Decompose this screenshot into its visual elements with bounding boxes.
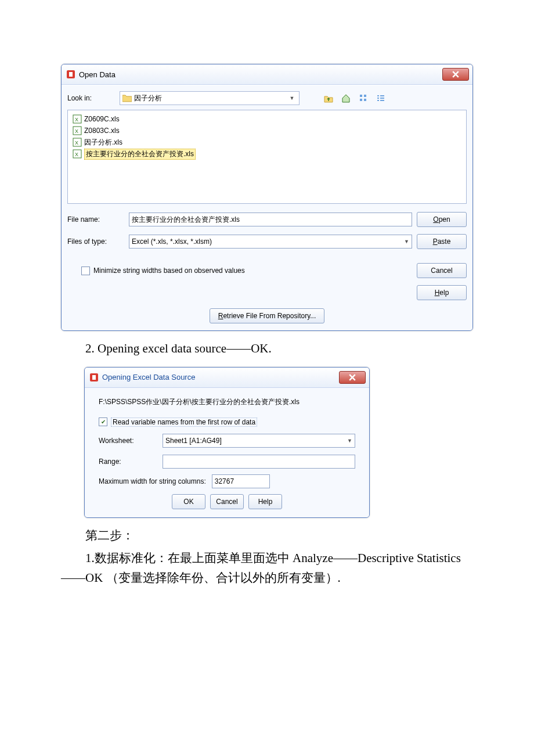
worksheet-label: Worksheet: bbox=[99, 437, 163, 445]
help-button[interactable]: Help bbox=[417, 285, 467, 300]
svg-rect-8 bbox=[377, 98, 379, 99]
svg-rect-9 bbox=[380, 98, 384, 99]
svg-rect-7 bbox=[380, 95, 384, 96]
open-data-dialog: Open Data Look in: 因子分析 ▼ bbox=[61, 64, 473, 331]
cancel-button[interactable]: Cancel bbox=[210, 494, 244, 509]
dialog-body: F:\SPSS\SPSS作业\因子分析\按主要行业分的全社会资产投资.xls ✔… bbox=[85, 388, 369, 517]
cancel-button[interactable]: Cancel bbox=[417, 263, 467, 278]
svg-rect-4 bbox=[360, 99, 362, 101]
file-name: 因子分析.xls bbox=[84, 138, 122, 147]
paragraph: 1.数据标准化：在最上面菜单里面选中 Analyze——Descriptive … bbox=[61, 549, 473, 588]
minimize-label: Minimize string widths based on observed… bbox=[93, 267, 245, 275]
close-button[interactable] bbox=[339, 371, 366, 384]
worksheet-value: Sheet1 [A1:AG49] bbox=[165, 437, 342, 445]
app-icon bbox=[66, 70, 75, 79]
xls-icon: X bbox=[73, 149, 82, 159]
file-row[interactable]: X 因子分析.xls bbox=[73, 137, 461, 147]
worksheet-combo[interactable]: Sheet1 [A1:AG49] ▼ bbox=[163, 434, 355, 448]
read-vars-label: Read variable names from the first row o… bbox=[111, 417, 257, 427]
chevron-down-icon: ▼ bbox=[399, 239, 409, 244]
folder-icon bbox=[122, 94, 132, 102]
close-button[interactable] bbox=[442, 68, 469, 81]
up-folder-icon[interactable] bbox=[322, 91, 335, 105]
file-name: Z0803C.xls bbox=[84, 127, 120, 135]
maxwidth-value: 32767 bbox=[215, 477, 234, 485]
maxwidth-input[interactable]: 32767 bbox=[212, 474, 270, 488]
open-button[interactable]: Open bbox=[417, 212, 467, 227]
svg-text:X: X bbox=[75, 117, 78, 123]
xls-icon: X bbox=[73, 114, 82, 124]
dialog-title: Open Data bbox=[79, 70, 442, 79]
svg-rect-3 bbox=[364, 95, 366, 97]
retrieve-button[interactable]: Retrieve File From Repository... bbox=[210, 308, 325, 323]
dialog-body: Look in: 因子分析 ▼ X Z06 bbox=[62, 85, 472, 330]
range-input[interactable] bbox=[163, 455, 355, 469]
file-name-input[interactable]: 按主要行业分的全社会资产投资.xls bbox=[129, 213, 412, 226]
file-name: 按主要行业分的全社会资产投资.xls bbox=[84, 149, 196, 160]
svg-text:X: X bbox=[75, 140, 78, 146]
home-icon[interactable] bbox=[339, 91, 353, 105]
view-list-icon[interactable] bbox=[374, 91, 388, 105]
svg-rect-11 bbox=[380, 100, 384, 101]
svg-rect-10 bbox=[377, 100, 379, 101]
look-in-value: 因子分析 bbox=[134, 93, 287, 103]
new-folder-icon[interactable] bbox=[356, 91, 370, 105]
svg-rect-2 bbox=[360, 95, 362, 97]
title-bar: Opening Excel Data Source bbox=[85, 368, 369, 388]
help-button[interactable]: Help bbox=[248, 494, 282, 509]
dialog-title: Opening Excel Data Source bbox=[102, 373, 339, 381]
file-row[interactable]: X Z0609C.xls bbox=[73, 114, 461, 124]
file-toolbar bbox=[322, 91, 388, 105]
minimize-checkbox[interactable] bbox=[81, 267, 90, 275]
chevron-down-icon: ▼ bbox=[287, 95, 297, 101]
paste-button[interactable]: Paste bbox=[417, 234, 467, 249]
svg-text:X: X bbox=[75, 128, 78, 134]
svg-rect-5 bbox=[364, 99, 366, 101]
file-row[interactable]: X 按主要行业分的全社会资产投资.xls bbox=[73, 149, 461, 159]
maxwidth-label: Maximum width for string columns: bbox=[99, 477, 206, 485]
file-list[interactable]: X Z0609C.xls X Z0803C.xls X 因子分析.xls X 按… bbox=[67, 110, 467, 204]
file-type-combo[interactable]: Excel (*.xls, *.xlsx, *.xlsm) ▼ bbox=[129, 235, 412, 249]
file-name-label: File name: bbox=[67, 215, 124, 224]
file-path: F:\SPSS\SPSS作业\因子分析\按主要行业分的全社会资产投资.xls bbox=[99, 397, 355, 407]
read-vars-checkbox[interactable]: ✔ bbox=[99, 417, 107, 426]
range-label: Range: bbox=[99, 458, 163, 466]
title-bar: Open Data bbox=[62, 64, 472, 85]
app-icon bbox=[89, 373, 99, 382]
file-name: Z0609C.xls bbox=[84, 115, 120, 123]
xls-icon: X bbox=[73, 138, 82, 147]
look-in-label: Look in: bbox=[67, 94, 120, 102]
paragraph: 第二步： bbox=[61, 526, 473, 546]
file-type-value: Excel (*.xls, *.xlsx, *.xlsm) bbox=[132, 237, 399, 246]
excel-source-dialog: Opening Excel Data Source F:\SPSS\SPSS作业… bbox=[84, 367, 370, 518]
xls-icon: X bbox=[73, 126, 82, 135]
file-name-value: 按主要行业分的全社会资产投资.xls bbox=[132, 215, 240, 225]
file-type-label: Files of type: bbox=[67, 237, 124, 246]
svg-text:X: X bbox=[75, 152, 78, 157]
svg-rect-6 bbox=[377, 95, 379, 96]
look-in-combo[interactable]: 因子分析 ▼ bbox=[120, 91, 300, 105]
ok-button[interactable]: OK bbox=[172, 494, 205, 509]
svg-rect-21 bbox=[92, 375, 96, 380]
svg-rect-1 bbox=[69, 72, 73, 77]
paragraph: 2. Opening excel data source——OK. bbox=[61, 339, 473, 359]
chevron-down-icon: ▼ bbox=[342, 438, 352, 444]
file-row[interactable]: X Z0803C.xls bbox=[73, 125, 461, 136]
